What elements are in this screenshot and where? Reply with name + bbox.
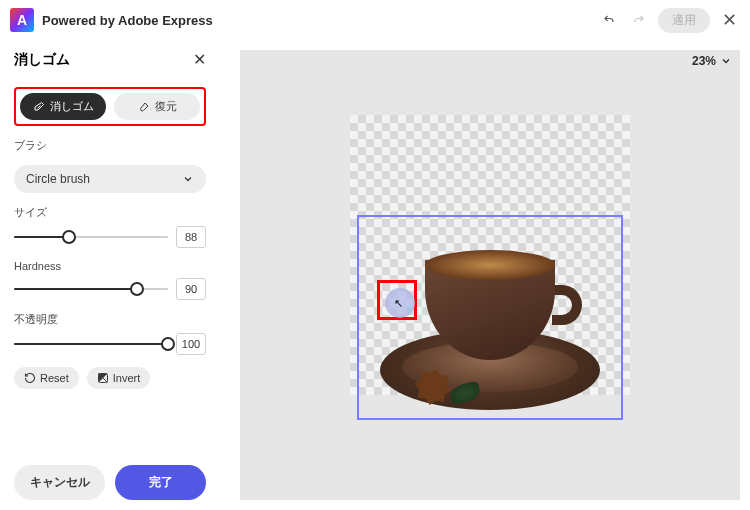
size-value[interactable]: 88 (176, 226, 206, 248)
chevron-down-icon (182, 173, 194, 185)
close-icon[interactable]: ✕ (718, 9, 740, 31)
brush-label: ブラシ (14, 138, 206, 153)
zoom-control[interactable]: 23% (692, 54, 732, 68)
zoom-value: 23% (692, 54, 716, 68)
erase-mode-button[interactable]: 消しゴム (20, 93, 106, 120)
erase-mode-label: 消しゴム (50, 99, 94, 114)
invert-button[interactable]: Invert (87, 367, 151, 389)
size-label: サイズ (14, 205, 206, 220)
hardness-value[interactable]: 90 (176, 278, 206, 300)
brush-icon (138, 101, 150, 113)
adobe-express-logo: A (10, 8, 34, 32)
opacity-label: 不透明度 (14, 312, 206, 327)
apply-button[interactable]: 適用 (658, 8, 710, 33)
brush-select[interactable]: Circle brush (14, 165, 206, 193)
panel-close-icon[interactable]: ✕ (193, 50, 206, 69)
sidebar: 消しゴム ✕ 消しゴム 復元 ブラシ Circle brush サイズ (0, 40, 220, 510)
hardness-slider-group: Hardness 90 (14, 260, 206, 300)
eraser-icon (33, 101, 45, 113)
reset-icon (24, 372, 36, 384)
done-button[interactable]: 完了 (115, 465, 206, 500)
redo-icon (628, 9, 650, 31)
top-bar: A Powered by Adobe Express 適用 ✕ (0, 0, 750, 40)
canvas-area[interactable]: 23% ↖ (220, 40, 750, 510)
cancel-button[interactable]: キャンセル (14, 465, 105, 500)
invert-label: Invert (113, 372, 141, 384)
chevron-down-icon (720, 55, 732, 67)
opacity-slider-group: 不透明度 100 (14, 312, 206, 355)
invert-icon (97, 372, 109, 384)
opacity-value[interactable]: 100 (176, 333, 206, 355)
cursor-arrow-icon: ↖ (394, 297, 403, 310)
size-slider[interactable] (14, 230, 168, 244)
restore-mode-button[interactable]: 復元 (114, 93, 200, 120)
reset-label: Reset (40, 372, 69, 384)
mode-toggle-highlight: 消しゴム 復元 (14, 87, 206, 126)
restore-mode-label: 復元 (155, 99, 177, 114)
reset-button[interactable]: Reset (14, 367, 79, 389)
tool-title: 消しゴム (14, 51, 70, 69)
size-slider-group: サイズ 88 (14, 205, 206, 248)
eraser-cursor-highlight: ↖ (377, 280, 417, 320)
opacity-slider[interactable] (14, 337, 168, 351)
hardness-label: Hardness (14, 260, 206, 272)
app-title: Powered by Adobe Express (42, 13, 213, 28)
brush-selected-value: Circle brush (26, 172, 90, 186)
hardness-slider[interactable] (14, 282, 168, 296)
undo-icon[interactable] (598, 9, 620, 31)
